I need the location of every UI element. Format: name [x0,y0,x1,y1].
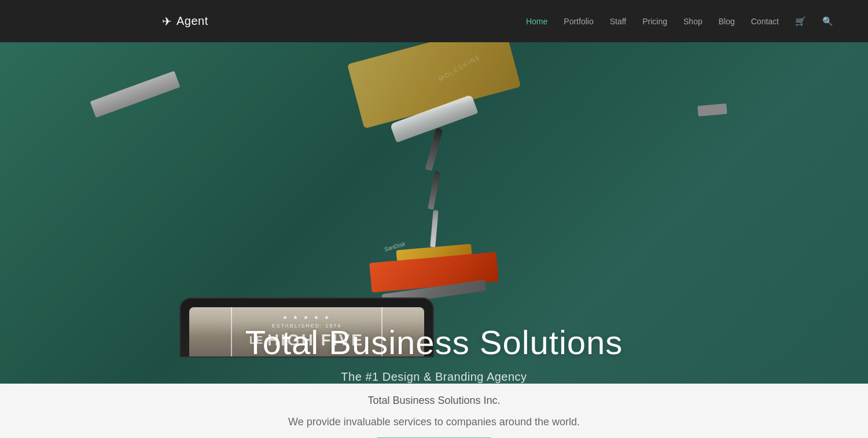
navbar: ✈ Agent Home Portfolio Staff Pricing Sho… [0,0,868,42]
badge-stars: ★ ★ ★ ★ ★ [249,314,364,321]
nav-portfolio[interactable]: Portfolio [564,17,593,26]
nav-shop[interactable]: Shop [683,17,703,26]
notebook-label: MOLESKINE [437,53,482,82]
search-icon[interactable]: 🔍 [822,16,833,27]
cart-icon[interactable]: 🛒 [795,16,806,27]
nav-home[interactable]: Home [526,17,547,26]
below-subtitle: We provide invaluable services to compan… [288,416,580,428]
nav-links: Home Portfolio Staff Pricing Shop Blog C… [526,16,833,27]
hero-text-block: Total Business Solutions The #1 Design &… [245,323,623,384]
brand[interactable]: ✈ Agent [162,14,208,28]
nav-staff[interactable]: Staff [610,17,627,26]
nav-blog[interactable]: Blog [719,17,735,26]
hero-title: Total Business Solutions [245,323,623,362]
nav-contact[interactable]: Contact [751,17,779,26]
hero-subtitle: The #1 Design & Branding Agency [245,370,623,384]
below-title: Total Business Solutions Inc. [367,395,500,407]
hero-section: MOLESKINE SanDisk ★ ★ ★ ★ ★ ESTABLISHED:… [0,42,868,384]
brand-icon: ✈ [162,14,172,28]
below-hero-section: Total Business Solutions Inc. We provide… [0,384,868,438]
brand-name: Agent [176,14,208,28]
nav-pricing[interactable]: Pricing [642,17,667,26]
